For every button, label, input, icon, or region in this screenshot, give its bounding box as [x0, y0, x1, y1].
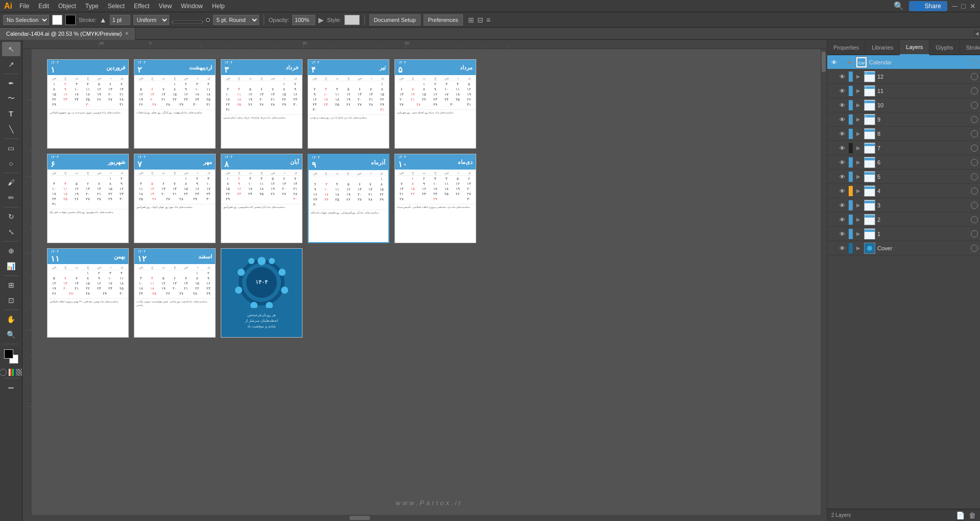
more-tools[interactable]: •••: [2, 381, 20, 395]
layer-row-11[interactable]: 👁 ▶ ۱۱ 11: [827, 84, 980, 98]
layer-expand-cover[interactable]: ▶: [855, 245, 862, 251]
layer-visibility-4[interactable]: 👁: [837, 188, 847, 194]
layer-target-2[interactable]: [971, 216, 978, 223]
layer-row-9[interactable]: 👁 ▶ ۹ 9: [827, 112, 980, 127]
layer-visibility-1[interactable]: 👁: [837, 231, 847, 237]
horizontal-scrollbar[interactable]: [32, 515, 827, 521]
tab-close-icon[interactable]: ✕: [125, 31, 129, 36]
layer-expand-1[interactable]: ▶: [855, 231, 862, 236]
style-swatch[interactable]: [344, 15, 360, 25]
layer-target-4[interactable]: [971, 187, 978, 195]
calendar-page-5[interactable]: ۱۴۰۴ ۵ مرداد شجپچسدی ۱۲۳۴۵ ۶۷۸۹۱۰۱۱۱۲ ۱۳…: [394, 59, 476, 149]
layer-expand-11[interactable]: ▶: [855, 88, 862, 93]
more-icon[interactable]: ≡: [486, 16, 491, 24]
layer-row-3[interactable]: 👁 ▶ 3: [827, 198, 980, 212]
calendar-page-3[interactable]: ۱۴۰۴ ۳ خرداد شجپچسدی ۱۲ ۳۴۵۶۷۸۹ ۱۰۱۱۱۲۱۳…: [221, 59, 302, 149]
search-icon[interactable]: 🔍: [890, 0, 908, 12]
layer-expand-12[interactable]: ▶: [855, 74, 862, 79]
menu-help[interactable]: Help: [208, 2, 229, 11]
calendar-page-11[interactable]: ۱۴۰۴ ۱۱ بهمن شجپچسدی ۱۲۳۴ ۵۶۷۸۹۱۰۱۱ ۱۲۱۳…: [47, 248, 129, 338]
layer-visibility-6[interactable]: 👁: [837, 159, 847, 165]
opacity-input[interactable]: [292, 15, 315, 25]
document-setup-button[interactable]: Document Setup: [369, 14, 421, 26]
close-button[interactable]: ✕: [970, 2, 976, 10]
slice-tool[interactable]: ⊡: [2, 293, 20, 307]
hand-tool[interactable]: ✋: [2, 312, 20, 326]
stroke-type-select[interactable]: Uniform: [133, 15, 169, 25]
layer-expand-10[interactable]: ▶: [855, 102, 862, 108]
layer-row-7[interactable]: 👁 ▶ 7: [827, 141, 980, 155]
add-layer-icon[interactable]: 📄: [956, 511, 965, 519]
align-icon[interactable]: ⊟: [477, 16, 483, 24]
minimize-button[interactable]: ─: [952, 2, 958, 10]
layer-target-cover[interactable]: [971, 245, 978, 252]
stroke-swatch[interactable]: [65, 15, 76, 25]
canvas-content[interactable]: ۱۴۰۴ ۱ فروردین شجپچسدی ۱۲۳۴۵۶۷ ۸۹۱۰۱۱۱۲۱…: [32, 49, 827, 511]
tab-layers[interactable]: Layers: [900, 40, 929, 55]
calendar-page-1[interactable]: ۱۴۰۴ ۱ فروردین شجپچسدی ۱۲۳۴۵۶۷ ۸۹۱۰۱۱۱۲۱…: [47, 59, 129, 149]
graph-tool[interactable]: 📊: [2, 259, 20, 273]
layer-target-6[interactable]: [971, 159, 978, 166]
layer-expand-2[interactable]: ▶: [855, 217, 862, 222]
layer-visibility-7[interactable]: 👁: [837, 145, 847, 151]
zoom-tool[interactable]: 🔍: [2, 327, 20, 342]
warp-tool[interactable]: ⊕: [2, 244, 20, 258]
calendar-page-6[interactable]: ۱۴۰۴ ۶ شهریور شجپچسدی ۱۲ ۳۴۵۶۷۸۹ ۱۰۱۱۱۲۱…: [47, 154, 129, 243]
layer-expand-9[interactable]: ▶: [855, 116, 862, 122]
calendar-page-10[interactable]: ۱۴۰۴ ۱۰ دی‌ماه شجپچسدی ۱۲۳۴۵۶ ۷۸۹۱۰۱۱۱۲۱…: [394, 154, 476, 243]
menu-object[interactable]: Object: [54, 2, 80, 11]
layer-expand-8[interactable]: ▶: [855, 131, 862, 136]
type-tool[interactable]: T: [2, 107, 20, 121]
layer-visibility-calendar[interactable]: 👁: [829, 59, 838, 65]
expand-icon[interactable]: ▶: [318, 16, 324, 24]
layer-target-8[interactable]: [971, 130, 978, 137]
stroke-cap-select[interactable]: 5 pt. Round: [213, 15, 259, 25]
calendar-page-9[interactable]: ۱۴۰۴ ۹ آذرماه شجپچسدی ۱ ۲۳۴۵۶۷۸ ۹۱۰۱۱۱۲۱…: [308, 154, 389, 243]
menu-select[interactable]: Select: [104, 2, 129, 11]
curvature-tool[interactable]: 〜: [2, 91, 20, 106]
tab-libraries[interactable]: Libraries: [866, 40, 900, 55]
menu-type[interactable]: Type: [81, 2, 103, 11]
layer-visibility-2[interactable]: 👁: [837, 217, 847, 223]
tab-properties[interactable]: Properties: [827, 40, 866, 55]
layer-row-10[interactable]: 👁 ▶ ۱۰ 10: [827, 98, 980, 112]
layer-row-12[interactable]: 👁 ▶ ۱۲ 12: [827, 69, 980, 84]
layer-expand-5[interactable]: ▶: [855, 174, 862, 179]
layer-target-10[interactable]: [971, 102, 978, 109]
line-tool[interactable]: ╲: [2, 122, 20, 136]
calendar-page-2[interactable]: ۱۴۰۴ ۲ اردیبهشت شجپچسدی ۱۲۳۴ ۵۶۷۸۹۱۰۱۱ ۱…: [134, 59, 216, 149]
layer-row-4[interactable]: 👁 ▶ 4: [827, 184, 980, 198]
layer-target-12[interactable]: [971, 73, 978, 80]
layer-target-9[interactable]: [971, 116, 978, 123]
calendar-page-8[interactable]: ۱۴۰۴ ۸ آبان شجپچسدی ۱۲۳۴۵۶۷ ۸۹۱۰۱۱۱۲۱۳۱۴…: [221, 154, 302, 243]
menu-window[interactable]: Window: [177, 2, 207, 11]
layer-row-5[interactable]: 👁 ▶ 5: [827, 170, 980, 184]
layer-row-cover[interactable]: 👁 ▶ Cover: [827, 241, 980, 255]
stroke-width-input[interactable]: [110, 15, 130, 25]
layer-visibility-11[interactable]: 👁: [837, 88, 847, 94]
menu-effect[interactable]: Effect: [130, 2, 153, 11]
share-button[interactable]: 👤 Share: [909, 1, 947, 11]
foreground-color-swatch[interactable]: [4, 349, 13, 359]
rotate-tool[interactable]: ↻: [2, 209, 20, 224]
layer-expand-7[interactable]: ▶: [855, 145, 862, 151]
calendar-page-7[interactable]: ۱۴۰۴ ۷ مهر شجپچسدی ۱۲۳ ۴۵۶۷۸۹۱۰ ۱۱۱۲۱۳۱۴…: [134, 154, 216, 243]
preferences-button[interactable]: Preferences: [424, 14, 463, 26]
selection-dropdown[interactable]: No Selection: [3, 15, 49, 25]
tab-stroke[interactable]: Stroke: [960, 40, 980, 55]
selection-tool[interactable]: ↖: [2, 42, 20, 56]
layer-target-calendar[interactable]: [971, 59, 978, 66]
pen-tool[interactable]: ✒: [2, 76, 20, 90]
layer-visibility-cover[interactable]: 👁: [837, 245, 847, 251]
calendar-page-4[interactable]: ۱۴۰۴ ۴ تیر شجپچسدی ۱ ۲۳۴۵۶۷۸ ۹۱۰۱۱۱۲۱۳۱۴…: [308, 59, 389, 149]
layer-expand-6[interactable]: ▶: [855, 159, 862, 165]
menu-file[interactable]: File: [15, 2, 33, 11]
layer-expand-3[interactable]: ▶: [855, 202, 862, 208]
ellipse-tool[interactable]: ○: [2, 156, 20, 171]
layer-visibility-5[interactable]: 👁: [837, 174, 847, 180]
layer-target-5[interactable]: [971, 173, 978, 180]
layer-row-calendar[interactable]: 👁 ▶ Cal Calendar: [827, 55, 980, 69]
gradient-icon[interactable]: [8, 369, 15, 376]
calendar-page-12[interactable]: ۱۴۰۴ ۱۲ اسفند شجپچسدی ۱۲ ۳۴۵۶۷۸۹ ۱۰۱۱۱۲۱…: [134, 248, 216, 338]
calendar-cover[interactable]: ۱۴۰۴ هر روزتان فرحبخش لحظه‌هایتان سرشار …: [221, 248, 302, 338]
